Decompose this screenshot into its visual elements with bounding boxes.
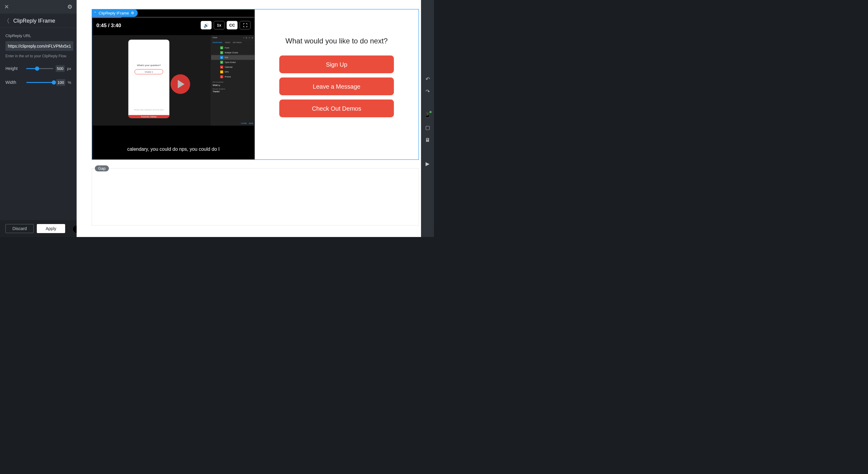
- cta-pane: What would you like to do next? Sign Up …: [255, 10, 418, 159]
- time-display: 0:45 / 3:40: [96, 22, 121, 28]
- form-item[interactable]: ●NPS: [211, 70, 255, 74]
- url-input[interactable]: [5, 41, 73, 51]
- discard-button[interactable]: Discard: [5, 224, 34, 233]
- panel-title: ClipReply IFrame: [13, 18, 55, 24]
- cc-button[interactable]: CC: [227, 21, 238, 30]
- form-item[interactable]: ●IFrame: [211, 74, 255, 79]
- block-tag[interactable]: ⌃ ClipReply IFrame ⚙: [92, 9, 137, 17]
- back-icon[interactable]: 〈: [4, 17, 10, 25]
- tab-response[interactable]: RESPONSE: [213, 42, 223, 43]
- tablet-icon[interactable]: ▢: [424, 124, 431, 131]
- fullscreen-icon[interactable]: ⛶: [240, 21, 251, 30]
- block-tag-label: ClipReply IFrame: [99, 10, 129, 15]
- cta-button-signup[interactable]: Sign Up: [279, 56, 394, 73]
- apply-button[interactable]: Apply: [37, 224, 65, 233]
- width-value[interactable]: 100: [56, 79, 65, 86]
- phone-brand: Powered By: ClipReply: [128, 115, 169, 118]
- gap-block[interactable]: Gap: [92, 168, 419, 225]
- form-item[interactable]: ●Form: [211, 45, 255, 50]
- progress-bar[interactable]: [92, 17, 255, 18]
- video-caption: calendary, you could do nps, you could d…: [92, 146, 255, 152]
- form-item[interactable]: ●Calendar: [211, 65, 255, 70]
- mobile-icon[interactable]: 📱: [424, 112, 431, 119]
- height-label: Height: [5, 66, 24, 71]
- height-value[interactable]: 500: [56, 65, 65, 72]
- close-icon[interactable]: ✕: [4, 4, 9, 10]
- cta-title: What would you like to do next?: [286, 37, 388, 45]
- cta-button-message[interactable]: Leave a Message: [279, 77, 394, 95]
- url-label: ClipReply URL: [5, 33, 71, 38]
- tab-settings[interactable]: SETTINGS: [233, 42, 242, 43]
- iframe-block[interactable]: ⌃ ClipReply IFrame ⚙ 0:45 / 3:40 🔊 1x CC…: [92, 9, 419, 160]
- play-preview-icon[interactable]: ▶: [424, 160, 431, 167]
- gear-icon[interactable]: ⚙: [67, 4, 72, 10]
- desktop-icon[interactable]: 🖥: [424, 136, 431, 143]
- cta-button-demos[interactable]: Check Out Demos: [279, 99, 394, 117]
- url-helper: Enter in the url to your ClipReply Flow.: [5, 54, 71, 58]
- close-icon[interactable]: ✕: [251, 36, 253, 39]
- undo-icon[interactable]: ↶: [424, 75, 431, 82]
- form-save[interactable]: SAVE: [249, 122, 253, 124]
- chevron-up-icon[interactable]: ⌃: [94, 11, 96, 15]
- height-unit: px: [67, 66, 71, 71]
- play-button[interactable]: [171, 74, 190, 94]
- width-label: Width: [5, 80, 24, 85]
- width-unit: %: [67, 80, 71, 85]
- redo-icon[interactable]: ↷: [424, 88, 431, 95]
- ask-value: What's y: [211, 84, 255, 87]
- form-title: Form: [213, 36, 217, 39]
- form-item[interactable]: ●Multiple Choice: [211, 50, 255, 55]
- copy-icon[interactable]: ⎘: [246, 36, 247, 39]
- gap-tag: Gap: [95, 165, 109, 171]
- width-slider[interactable]: [27, 82, 54, 83]
- nested-form-panel: Form + ⎘ ≡ ✕ RESPONSE VIDEO SETTINGS: [211, 35, 255, 126]
- phone-question: What's your question?: [137, 64, 161, 67]
- form-item[interactable]: ●Open Ended: [211, 60, 255, 65]
- phone-note: Preview mode, interactions will not be s…: [134, 109, 163, 110]
- menu-icon[interactable]: ≡: [249, 36, 250, 39]
- phone-choice: Choice 1: [134, 69, 163, 74]
- volume-icon[interactable]: 🔊: [201, 21, 212, 30]
- speed-button[interactable]: 1x: [214, 21, 225, 30]
- results-label: Results Headline: [211, 87, 255, 90]
- results-value: Thanks!: [211, 90, 255, 93]
- plus-icon[interactable]: +: [243, 36, 244, 39]
- form-close[interactable]: CLOSE: [241, 122, 247, 124]
- height-slider[interactable]: [26, 68, 53, 69]
- tab-video[interactable]: VIDEO: [225, 42, 230, 43]
- ask-label: Ask a question: [211, 80, 255, 84]
- video-pane: 0:45 / 3:40 🔊 1x CC ⛶ What's your questi…: [92, 10, 255, 159]
- form-item[interactable]: ●Poll: [211, 55, 255, 60]
- phone-mock: What's your question? Choice 1 Preview m…: [128, 40, 169, 118]
- block-gear-icon[interactable]: ⚙: [131, 11, 134, 15]
